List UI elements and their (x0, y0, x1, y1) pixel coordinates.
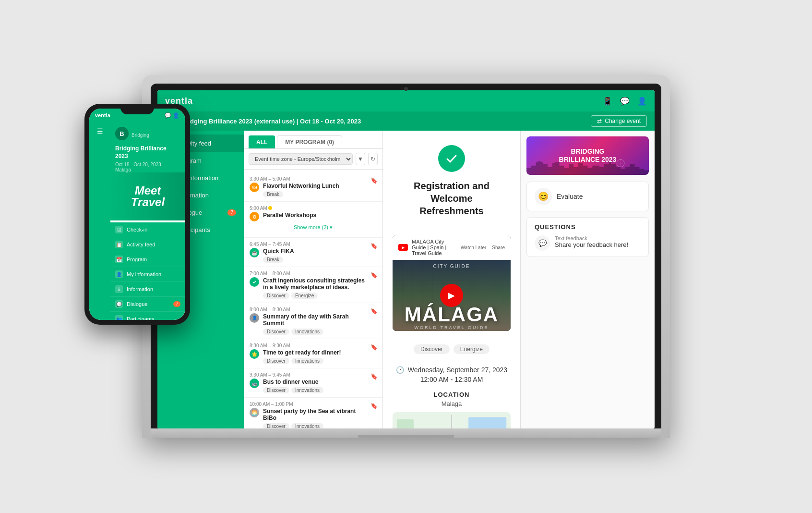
activity-icon: 📋 (115, 241, 123, 248)
phone-menu-item-activity[interactable]: 📋 Activity feed (110, 237, 185, 252)
video-thumbnail: CITY GUIDE ▶ MÁLAGA WORLD TRAVEL GUIDE (393, 260, 511, 331)
video-play-button[interactable]: ▶ (440, 284, 463, 307)
program-icon-phone: 📅 (115, 256, 123, 263)
program-item-craft-strategies[interactable]: 7:00 AM – 8:00 AM Craft ingenious consul… (244, 267, 382, 303)
detail-location-name: Malaga (393, 400, 511, 407)
detail-check-icon (438, 145, 465, 172)
bookmark-icon-7[interactable]: 🔖 (370, 373, 378, 380)
program-item-networking-lunch[interactable]: 3:30 AM – 5:00 AM 🍽 Flavorful Networking… (244, 172, 382, 202)
bookmark-icon-1[interactable]: 🔖 (370, 177, 378, 184)
feedback-icon: 💬 (535, 235, 550, 251)
watch-later-btn[interactable]: Watch Later (461, 245, 487, 250)
phone-menu-item-info[interactable]: ℹ Information (110, 282, 185, 297)
tag-innovations-7: Innovations (291, 387, 323, 393)
myinfo-icon: 👤 (115, 270, 123, 278)
right-panel: BRIDGING BRILLIANCE 2023 😊 Evaluate QUES… (520, 131, 655, 428)
item-dot-2: ⚙ (250, 212, 259, 221)
tab-my-program[interactable]: MY PROGRAM (0) (277, 135, 342, 148)
phone-sidebar: ☰ (89, 122, 110, 320)
phone-event-card: B Bridging Bridging Brilliance 2023 Oct … (110, 122, 185, 172)
phone-menu-list: ☑ Check-in 📋 Activity feed 📅 Program (110, 220, 185, 320)
event-banner: V Bridging Brilliance 2023 (external use… (157, 111, 655, 131)
app-header: ventla 📱 💬 👤 (157, 90, 655, 111)
program-item-summary[interactable]: 8:00 AM – 8:30 AM 👤 Summary of the day w… (244, 303, 382, 339)
bookmark-icon-5[interactable]: 🔖 (370, 308, 378, 315)
phone-overlay: ventla 💬 👤 ☰ B Bridging (84, 104, 190, 325)
svg-rect-8 (468, 417, 506, 428)
phone-banner-text: Meet Travel (131, 185, 165, 208)
item-dot-7: 🚌 (250, 379, 259, 388)
evaluate-section[interactable]: 😊 Evaluate (526, 182, 649, 211)
questions-section: QUESTIONS 💬 Text feedback Share your fee… (526, 217, 649, 257)
participants-icon-phone: 👥 (115, 315, 123, 320)
video-header: MALAGA City Guide | Spain | Travel Guide… (393, 235, 511, 260)
phone-bridging-label: Bridging (131, 133, 149, 138)
bookmark-icon-8[interactable]: 🔖 (370, 403, 378, 409)
evaluate-icon: 😊 (535, 188, 552, 205)
dialogue-badge: 7 (227, 209, 236, 216)
event-title: Bridging Brilliance 2023 (external use) … (181, 118, 361, 125)
evaluate-label: Evaluate (557, 193, 583, 200)
chat-icon[interactable]: 💬 (620, 97, 630, 106)
detail-header: Registration and Welcome Refreshments (383, 131, 520, 227)
map-container: Map data ©2023 Inst. Geogr. Nacional Ter… (393, 412, 511, 428)
refresh-button[interactable]: ↻ (368, 153, 378, 165)
program-tabs: ALL MY PROGRAM (0) (244, 131, 382, 149)
tablet-icon[interactable]: 📱 (603, 97, 612, 106)
dialogue-icon-phone: 💬 (115, 300, 123, 308)
tab-all[interactable]: ALL (249, 135, 275, 148)
phone-menu-item-checkin[interactable]: ☑ Check-in (110, 222, 185, 237)
program-item-parallel-workshops[interactable]: 5:00 AM ⚙ Parallel Workshops Show more (… (244, 202, 382, 238)
phone-menu-item-myinfo[interactable]: 👤 My information (110, 267, 185, 282)
detail-panel: Registration and Welcome Refreshments MA… (383, 131, 520, 428)
phone-menu-item-program[interactable]: 📅 Program (110, 252, 185, 267)
phone-menu-item-dialogue[interactable]: 💬 Dialogue 7 (110, 297, 185, 312)
user-icon[interactable]: 👤 (637, 97, 647, 106)
phone-notch (120, 104, 154, 114)
program-item-dinner-ready[interactable]: 8:30 AM – 9:30 AM 🌟 Time to get ready fo… (244, 339, 382, 368)
change-event-button[interactable]: ⇄ Change event (591, 115, 647, 127)
phone-event-title: Bridging Brilliance 2023 (115, 145, 180, 160)
show-more-btn[interactable]: Show more (2) ▾ (250, 221, 377, 233)
phone-hamburger-icon[interactable]: ☰ (91, 124, 108, 138)
video-actions: Watch Later Share (461, 245, 505, 250)
bookmark-icon-6[interactable]: 🔖 (370, 344, 378, 351)
phone-screen: ventla 💬 👤 ☰ B Bridging (89, 109, 185, 320)
event-promo-banner: BRIDGING BRILLIANCE 2023 (526, 136, 649, 175)
dialogue-badge-phone: 7 (173, 301, 180, 307)
world-travel-label: WORLD TRAVEL GUIDE (393, 325, 511, 330)
youtube-icon (398, 244, 408, 251)
laptop-screen: ventla 📱 💬 👤 V Bridging Brilliance 2023 … (157, 90, 655, 428)
svg-rect-6 (397, 419, 414, 428)
timezone-select[interactable]: Event time zone - Europe/Stockholm (249, 153, 353, 165)
phone-menu-item-participants[interactable]: 👥 Participants (110, 312, 185, 320)
item-dot-6: 🌟 (250, 349, 259, 359)
phone-header-icons-small: 💬 👤 (165, 112, 179, 119)
detail-title: Registration and Welcome Refreshments (402, 180, 501, 217)
filter-button[interactable]: ▼ (356, 153, 365, 165)
share-btn[interactable]: Share (492, 245, 505, 250)
feedback-content: Text feedback Share your feedback here! (555, 235, 628, 248)
program-item-quick-fika[interactable]: 6:45 AM – 7:45 AM ☕ Quick FIKA Break (244, 238, 382, 267)
program-item-sunset-party[interactable]: 10:00 AM – 1:00 PM 🌅 Sunset party by the… (244, 398, 382, 428)
detail-tag-energize: Energize (454, 344, 490, 354)
change-event-icon: ⇄ (597, 118, 602, 124)
detail-date: 🕐 Wednesday, September 27, 2023 (393, 366, 511, 374)
tag-energize-4: Energize (291, 293, 318, 299)
bookmark-icon-3[interactable]: 🔖 (370, 243, 378, 249)
laptop-wrapper: ventla 💬 👤 ☰ B Bridging (142, 75, 670, 438)
feedback-label[interactable]: Share your feedback here! (555, 241, 628, 248)
checkin-icon: ☑ (115, 226, 123, 233)
detail-video: MALAGA City Guide | Spain | Travel Guide… (393, 235, 511, 331)
tag-discover-4: Discover (263, 293, 289, 299)
feedback-type: Text feedback (555, 235, 628, 241)
bookmark-icon-4[interactable]: 🔖 (370, 272, 378, 279)
header-icons: 📱 💬 👤 (603, 97, 647, 106)
detail-tag-discover: Discover (414, 344, 450, 354)
tag-innovations-6: Innovations (291, 358, 323, 364)
tag-innovations-5: Innovations (291, 329, 323, 335)
phone-logo-small: ventla (95, 112, 110, 118)
tag-discover-8: Discover (263, 423, 289, 428)
program-item-bus[interactable]: 9:30 AM – 9:45 AM 🚌 Bus to dinner venue … (244, 368, 382, 398)
item-dot-8: 🌅 (250, 408, 259, 417)
